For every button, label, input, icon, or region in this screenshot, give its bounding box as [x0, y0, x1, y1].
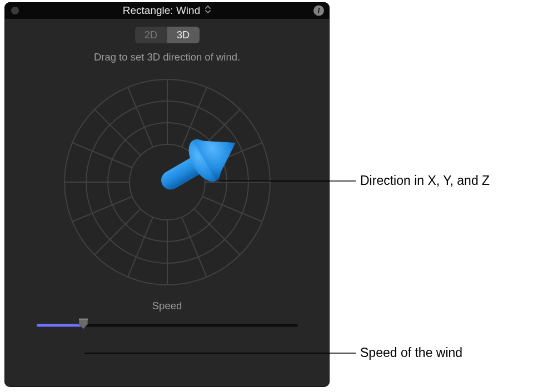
title-dropdown-icon[interactable]	[205, 4, 211, 17]
callout-speed: Speed of the wind	[360, 345, 462, 360]
wind-hud-panel: Rectangle: Wind i 2D 3D	[4, 2, 330, 387]
mode-2d-button[interactable]: 2D	[135, 27, 167, 43]
info-icon[interactable]: i	[313, 6, 324, 16]
speed-label: Speed	[4, 300, 330, 312]
panel-title: Rectangle: Wind	[123, 4, 200, 17]
mode-2d-label: 2D	[145, 29, 157, 41]
speed-slider[interactable]	[37, 320, 298, 331]
mode-segmented-control: 2D 3D	[4, 27, 330, 43]
titlebar: Rectangle: Wind i	[4, 2, 330, 19]
window-close-dot[interactable]	[11, 7, 19, 14]
mode-3d-label: 3D	[177, 29, 190, 41]
hint-text: Drag to set 3D direction of wind.	[4, 51, 330, 63]
direction-dial[interactable]	[62, 77, 273, 288]
slider-thumb[interactable]	[78, 318, 89, 332]
callout-direction: Direction in X, Y, and Z	[360, 173, 490, 188]
slider-fill	[37, 324, 84, 327]
info-glyph: i	[318, 7, 320, 14]
mode-3d-button[interactable]: 3D	[167, 27, 200, 43]
